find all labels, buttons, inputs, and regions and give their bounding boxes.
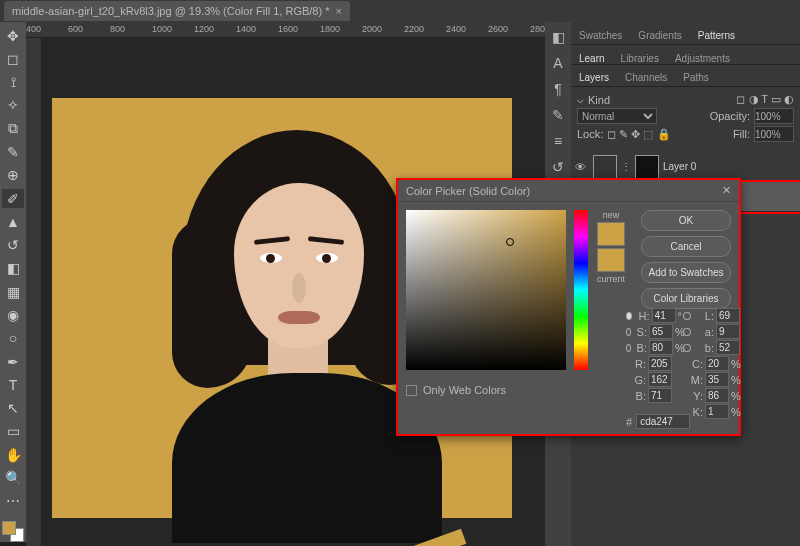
hex-label: #: [626, 416, 632, 428]
new-label: new: [603, 210, 620, 220]
blab-field[interactable]: [716, 340, 740, 355]
tab-patterns[interactable]: Patterns: [690, 27, 743, 44]
bb-radio[interactable]: [626, 344, 631, 352]
opacity-field[interactable]: [754, 108, 794, 124]
y-field[interactable]: [705, 388, 729, 403]
crop-tool[interactable]: ⧉: [2, 119, 24, 138]
tab-adjustments[interactable]: Adjustments: [667, 50, 738, 67]
color-field[interactable]: [406, 210, 566, 370]
history-panel-icon[interactable]: ↺: [549, 158, 567, 176]
move-tool[interactable]: ✥: [2, 26, 24, 45]
link-icon: ⋮: [621, 161, 631, 172]
a-field[interactable]: [716, 324, 740, 339]
fill-field[interactable]: [754, 126, 794, 142]
k-field[interactable]: [705, 404, 729, 419]
ruler-vertical: [26, 38, 42, 546]
tab-gradients[interactable]: Gradients: [630, 27, 689, 44]
tab-swatches[interactable]: Swatches: [571, 27, 630, 44]
hand-tool[interactable]: ✋: [2, 445, 24, 464]
brush-tool[interactable]: ✐: [2, 189, 24, 208]
tab-learn[interactable]: Learn: [571, 50, 613, 67]
path-tool[interactable]: ↖: [2, 399, 24, 418]
align-panel-icon[interactable]: ≡: [549, 132, 567, 150]
tab-paths[interactable]: Paths: [675, 69, 717, 86]
hue-slider[interactable]: [574, 210, 588, 370]
kind-label: ⌵: [577, 93, 584, 106]
zoom-tool[interactable]: 🔍: [2, 468, 24, 487]
layer-name[interactable]: Layer 0: [663, 161, 696, 172]
eyedropper-tool[interactable]: ✎: [2, 142, 24, 161]
color-picker-dialog: Color Picker (Solid Color) ✕ new current…: [396, 178, 741, 436]
s-radio[interactable]: [626, 328, 631, 336]
only-web-colors-label: Only Web Colors: [423, 384, 506, 396]
char-panel-icon[interactable]: A: [549, 54, 567, 72]
b-radio[interactable]: [683, 344, 691, 352]
tab-layers[interactable]: Layers: [571, 69, 617, 86]
visibility-icon[interactable]: 👁: [575, 161, 589, 173]
wand-tool[interactable]: ✧: [2, 96, 24, 115]
history-brush-tool[interactable]: ↺: [2, 236, 24, 255]
a-radio[interactable]: [683, 328, 691, 336]
tab-channels[interactable]: Channels: [617, 69, 675, 86]
dialog-title: Color Picker (Solid Color): [406, 185, 530, 197]
blur-tool[interactable]: ◉: [2, 305, 24, 324]
cancel-button[interactable]: Cancel: [641, 236, 731, 257]
document-title: middle-asian-girl_t20_kRv8l3.jpg @ 19.3%…: [12, 5, 329, 17]
gradient-tool[interactable]: ▦: [2, 282, 24, 301]
toolbox: ✥ ◻ ⟟ ✧ ⧉ ✎ ⊕ ✐ ▲ ↺ ◧ ▦ ◉ ○ ✒ T ↖ ▭ ✋ 🔍 …: [0, 22, 26, 542]
tab-libraries[interactable]: Libraries: [613, 50, 667, 67]
s-field[interactable]: [649, 324, 673, 339]
document-tab[interactable]: middle-asian-girl_t20_kRv8l3.jpg @ 19.3%…: [4, 1, 350, 21]
close-tab-icon[interactable]: ×: [335, 5, 341, 17]
only-web-colors-checkbox[interactable]: [406, 385, 417, 396]
layer-mask[interactable]: [635, 155, 659, 179]
r-field[interactable]: [648, 356, 672, 371]
bhsb-field[interactable]: [649, 340, 673, 355]
current-label: current: [597, 274, 625, 284]
color-panel-icon[interactable]: ◧: [549, 28, 567, 46]
l-field[interactable]: [716, 308, 740, 323]
lasso-tool[interactable]: ⟟: [2, 73, 24, 92]
pen-tool[interactable]: ✒: [2, 352, 24, 371]
lock-icons[interactable]: ◻ ✎ ✥ ⬚ 🔒: [607, 128, 670, 141]
brgb-field[interactable]: [648, 388, 672, 403]
add-swatch-button[interactable]: Add to Swatches: [641, 262, 731, 283]
new-swatch: [597, 222, 625, 246]
marquee-tool[interactable]: ◻: [2, 49, 24, 68]
close-icon[interactable]: ✕: [722, 184, 731, 197]
document-tabbar: middle-asian-girl_t20_kRv8l3.jpg @ 19.3%…: [0, 0, 800, 22]
stamp-tool[interactable]: ▲: [2, 212, 24, 231]
eraser-tool[interactable]: ◧: [2, 259, 24, 278]
shape-tool[interactable]: ▭: [2, 422, 24, 441]
fg-bg-swatch[interactable]: [2, 521, 24, 542]
c-field[interactable]: [705, 356, 729, 371]
h-field[interactable]: [652, 308, 676, 323]
g-field[interactable]: [648, 372, 672, 387]
more-tools[interactable]: ⋯: [2, 492, 24, 511]
type-tool[interactable]: T: [2, 375, 24, 394]
layer-thumb[interactable]: [593, 155, 617, 179]
hex-field[interactable]: [636, 414, 690, 429]
heal-tool[interactable]: ⊕: [2, 166, 24, 185]
brush-panel-icon[interactable]: ✎: [549, 106, 567, 124]
l-radio[interactable]: [683, 312, 691, 320]
dodge-tool[interactable]: ○: [2, 329, 24, 348]
para-panel-icon[interactable]: ¶: [549, 80, 567, 98]
ok-button[interactable]: OK: [641, 210, 731, 231]
current-swatch[interactable]: [597, 248, 625, 272]
m-field[interactable]: [705, 372, 729, 387]
color-libraries-button[interactable]: Color Libraries: [641, 288, 731, 309]
h-radio[interactable]: [626, 312, 632, 320]
blend-mode[interactable]: Normal: [577, 108, 657, 124]
